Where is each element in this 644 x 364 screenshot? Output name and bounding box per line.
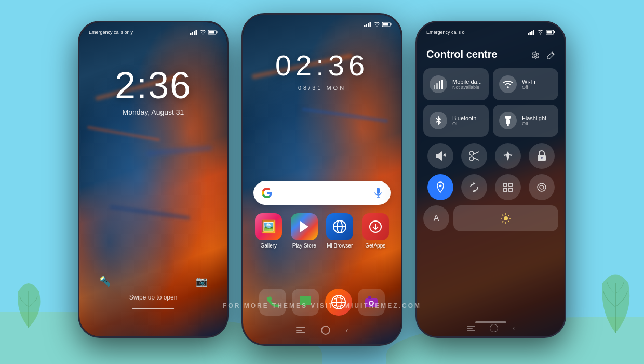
camera-icon-lock[interactable]: 📷 [196,276,207,287]
tile-bluetooth[interactable]: Bluetooth Off [423,105,489,137]
tile-brightness[interactable] [453,205,558,231]
leaf-left-icon [10,276,47,333]
svg-rect-8 [209,31,214,34]
svg-rect-3 [192,32,194,35]
watermark: FOR MORE THEMES VISIT - MIUITHEMEZ.COM [223,302,421,309]
tile-scan[interactable] [495,174,521,200]
app-label-playstore: Play Store [292,243,316,249]
phones-wrapper: Emergency calls only [78,13,566,346]
svg-rect-37 [531,31,533,35]
svg-rect-17 [391,23,392,25]
swipe-line [132,308,174,309]
small-tiles-row-2 [423,174,558,200]
tile-mute[interactable] [427,143,453,169]
status-icons-1 [190,30,218,35]
bluetooth-icon [430,112,447,129]
app-playstore[interactable]: Play Store [291,213,318,249]
wifi-tile-text: Wi-Fi Off [522,79,535,90]
control-centre-title: Control centre [426,48,498,60]
status-icons-3 [528,30,555,35]
svg-line-73 [508,221,509,222]
signal-icon-2 [364,22,371,27]
svg-rect-61 [504,183,507,186]
svg-rect-63 [504,188,507,191]
home-date: 08/31 MON [243,85,401,91]
svg-point-60 [439,185,441,187]
svg-line-75 [502,221,503,222]
tile-airplane[interactable] [495,143,521,169]
tile-wifi[interactable]: Wi-Fi Off [493,68,558,100]
status-bar-1: Emergency calls only [89,30,218,35]
tiles-row-2: Bluetooth Off Flashlight [423,105,558,137]
svg-rect-5 [196,30,197,35]
svg-rect-16 [383,23,388,26]
wifi-icon-1 [199,30,206,35]
svg-rect-35 [528,33,529,35]
svg-marker-21 [300,221,308,232]
svg-rect-11 [366,24,368,27]
nav-home-circle [321,326,330,335]
home-time: 02:36 [243,48,401,82]
flashlight-icon-ctrl [499,112,517,129]
signal-icon-1 [190,30,197,35]
tile-mobile-data[interactable]: Mobile da... Not available [423,68,489,100]
flashlight-tile-text: Flashlight Off [522,115,546,126]
lock-time: 2:36 [79,64,227,107]
svg-rect-2 [190,33,192,35]
tile-location[interactable] [427,174,453,200]
search-bar[interactable] [253,181,391,205]
svg-point-39 [540,34,541,35]
google-logo [262,188,272,198]
nav-back-3: ‹ [513,324,515,332]
tile-scissors[interactable] [461,143,487,169]
svg-rect-18 [377,188,380,194]
swipe-up-text: Swipe up to open [79,294,227,301]
tile-flashlight[interactable]: Flashlight Off [493,105,558,137]
phone-3: Emergency calls o [415,21,566,338]
svg-rect-4 [194,31,195,35]
svg-rect-50 [506,119,510,124]
control-bottom-indicator [475,321,506,323]
wifi-tile-icon [499,75,517,93]
brightness-sun-icon [500,213,512,224]
app-getapps[interactable]: GetApps [362,213,389,249]
svg-point-55 [469,157,474,161]
flashlight-label: Flashlight [522,115,546,121]
tile-auto[interactable]: A [423,205,449,231]
bluetooth-label: Bluetooth [452,115,476,121]
svg-rect-42 [554,31,555,33]
app-grid: 🖼️ Gallery Play Store [251,213,393,249]
nav-menu-3 [467,326,475,331]
phone-1: Emergency calls only [78,21,229,338]
bottom-row-ctrl: A [423,205,558,231]
svg-point-66 [540,185,544,189]
svg-rect-62 [509,183,512,186]
svg-rect-38 [533,30,535,35]
navbar-3: ‹ [417,324,565,332]
mic-icon[interactable] [374,188,382,198]
title-icons [531,51,555,59]
svg-point-59 [541,157,543,159]
wifi-icon-2 [373,22,380,27]
tile-rotate[interactable] [461,174,487,200]
status-icons-2 [364,22,392,27]
battery-icon-3 [546,30,555,35]
svg-rect-36 [530,32,531,35]
lock-date: Monday, August 31 [79,108,227,116]
app-gallery[interactable]: 🖼️ Gallery [255,213,282,249]
app-label-gallery: Gallery [260,243,277,249]
auto-label: A [434,214,439,223]
svg-rect-45 [434,85,435,89]
app-label-mibrowser: Mi Browser [327,243,353,249]
edit-icon[interactable] [547,51,555,59]
tile-lock[interactable] [529,143,555,169]
flashlight-icon-lock[interactable]: 🔦 [99,276,111,287]
bluetooth-sublabel: Off [452,121,476,126]
svg-point-49 [507,86,509,88]
settings-icon[interactable] [531,51,540,59]
svg-rect-9 [217,31,218,33]
nav-menu-icon [296,327,305,333]
svg-rect-13 [370,22,371,27]
app-mibrowser[interactable]: Mi Browser [326,213,353,249]
tile-record[interactable] [529,174,555,200]
